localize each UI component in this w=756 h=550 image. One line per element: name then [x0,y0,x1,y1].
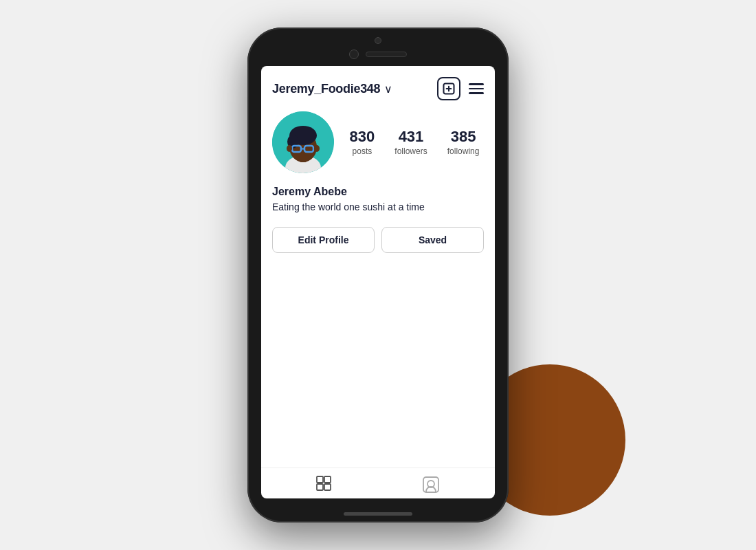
profile-stats-row: 830 posts 431 followers 385 following [261,106,495,179]
svg-rect-14 [317,476,323,483]
posts-stat[interactable]: 830 posts [350,129,375,156]
svg-point-12 [287,145,292,152]
username-label: Jeremy_Foodie348 [272,82,380,96]
followers-count: 431 [399,129,424,145]
svg-rect-17 [324,484,331,490]
header-icons [437,77,484,100]
tagged-icon[interactable] [421,475,441,494]
add-post-icon[interactable] [437,77,460,100]
grid-icon[interactable] [315,475,335,494]
following-stat[interactable]: 385 following [447,129,480,156]
speaker-area [349,50,407,59]
display-name: Jeremy Abebe [272,186,484,198]
stats-area: 830 posts 431 followers 385 following [345,129,484,156]
phone-screen: Jeremy_Foodie348 ∨ [261,66,495,498]
phone-top-hardware [247,28,509,59]
svg-rect-16 [317,484,323,490]
following-label: following [447,146,480,156]
saved-button[interactable]: Saved [381,227,484,253]
speaker-grille [366,52,407,57]
menu-icon[interactable] [469,83,484,94]
edit-profile-button[interactable]: Edit Profile [272,227,375,253]
username-area[interactable]: Jeremy_Foodie348 ∨ [272,82,392,96]
posts-count: 830 [350,129,375,145]
profile-buttons: Edit Profile Saved [261,219,495,261]
rear-camera [375,37,381,44]
svg-rect-18 [423,477,438,492]
scene: Jeremy_Foodie348 ∨ [172,7,584,543]
svg-rect-15 [324,476,331,483]
instagram-header: Jeremy_Foodie348 ∨ [261,66,495,106]
svg-point-13 [314,145,320,152]
bottom-nav [261,468,495,498]
menu-line-3 [469,92,484,94]
followers-stat[interactable]: 431 followers [394,129,427,156]
followers-label: followers [394,146,427,156]
home-indicator [344,512,412,516]
menu-line-1 [469,83,484,85]
bio-section: Jeremy Abebe Eating the world one sushi … [261,179,495,219]
menu-line-2 [469,88,484,90]
chevron-down-icon: ∨ [384,82,392,96]
following-count: 385 [451,129,476,145]
bio-text: Eating the world one sushi at a time [272,201,484,214]
front-camera-icon [349,50,359,59]
avatar [272,111,334,173]
posts-label: posts [353,146,373,156]
phone-device: Jeremy_Foodie348 ∨ [247,28,509,522]
